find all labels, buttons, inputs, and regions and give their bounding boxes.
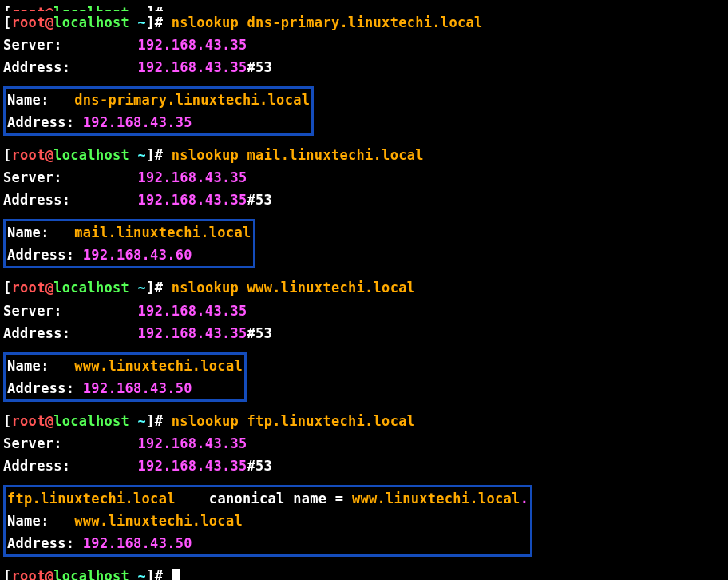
result-box: ftp.linuxtechi.local canonical name = ww…	[3, 485, 532, 557]
command-line: [root@localhost ~]# nslookup ftp.linuxte…	[3, 410, 725, 432]
result-address-line: Address: 192.168.43.50	[7, 377, 243, 399]
command-text: nslookup mail.linuxtechi.local	[172, 147, 424, 163]
prompt-line[interactable]: [root@localhost ~]#	[3, 565, 725, 580]
result-name-line: Name: mail.linuxtechi.local	[7, 221, 251, 244]
server-line: Server: 192.168.43.35	[3, 166, 725, 189]
address-line: Address: 192.168.43.35#53	[3, 455, 725, 477]
command-text: nslookup www.linuxtechi.local	[172, 280, 416, 296]
result-box: Name: www.linuxtechi.local Address: 192.…	[3, 352, 247, 402]
address-line: Address: 192.168.43.35#53	[3, 56, 725, 78]
result-name-line: Name: www.linuxtechi.local	[7, 355, 243, 377]
server-line: Server: 192.168.43.35	[3, 34, 725, 56]
cursor-icon	[172, 569, 180, 580]
result-name-line: Name: www.linuxtechi.local	[7, 510, 528, 532]
command-text: nslookup dns-primary.linuxtechi.local	[172, 14, 483, 30]
server-line: Server: 192.168.43.35	[3, 300, 725, 322]
result-address-line: Address: 192.168.43.35	[7, 111, 310, 133]
result-address-line: Address: 192.168.43.50	[7, 532, 528, 554]
command-text: nslookup ftp.linuxtechi.local	[172, 413, 416, 429]
result-box: Name: mail.linuxtechi.local Address: 192…	[3, 219, 255, 268]
address-line: Address: 192.168.43.35#53	[3, 322, 725, 344]
result-cname-line: ftp.linuxtechi.local canonical name = ww…	[7, 487, 528, 510]
address-line: Address: 192.168.43.35#53	[3, 189, 725, 211]
server-line: Server: 192.168.43.35	[3, 432, 725, 455]
result-address-line: Address: 192.168.43.60	[7, 244, 251, 266]
truncated-line: [root@localhost ~]#	[3, 4, 725, 11]
command-line: [root@localhost ~]# nslookup www.linuxte…	[3, 276, 725, 299]
command-line: [root@localhost ~]# nslookup dns-primary…	[3, 11, 725, 34]
result-name-line: Name: dns-primary.linuxtechi.local	[7, 89, 310, 111]
terminal-output: [root@localhost ~]# [root@localhost ~]# …	[3, 4, 725, 580]
result-box: Name: dns-primary.linuxtechi.local Addre…	[3, 86, 314, 136]
command-line: [root@localhost ~]# nslookup mail.linuxt…	[3, 144, 725, 166]
